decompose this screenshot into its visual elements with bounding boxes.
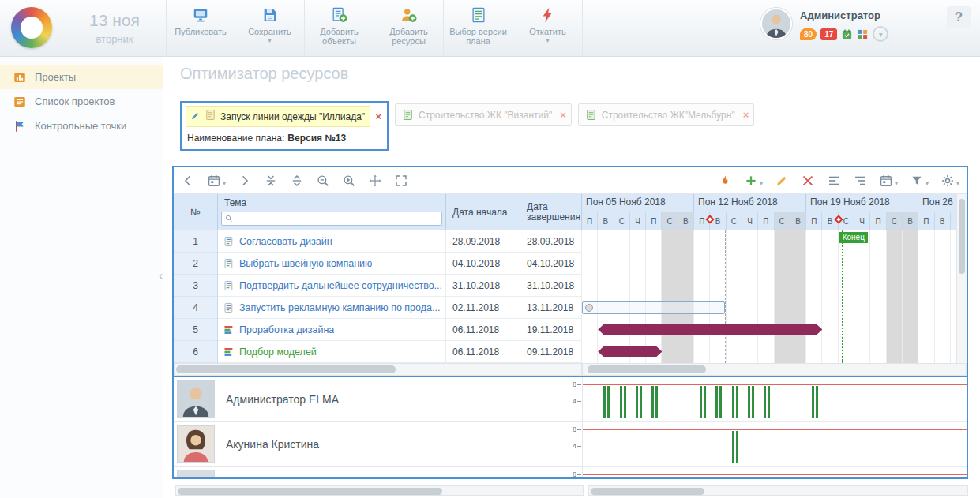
column-header-num[interactable]: № bbox=[174, 194, 218, 230]
column-header-end[interactable]: Дата завершения bbox=[520, 194, 582, 230]
fullscreen-button[interactable] bbox=[394, 174, 408, 188]
theme-search-input[interactable] bbox=[234, 214, 439, 223]
gantt-bar[interactable] bbox=[598, 324, 822, 335]
calendar-button[interactable]: ▾ bbox=[207, 174, 226, 188]
active-plan-tab[interactable]: Запуск линии одежды "Иллиада" × Наименов… bbox=[180, 101, 389, 151]
app-root: 13 ноя вторник ПубликоватьСохранить▾Доба… bbox=[0, 0, 980, 498]
plan-tab[interactable]: Строительство ЖК"Мельбурн"× bbox=[578, 103, 754, 126]
add-task-button[interactable]: ▾ bbox=[744, 174, 763, 188]
timeline-vscrollbar-thumb[interactable] bbox=[959, 199, 965, 274]
column-header-start[interactable]: Дата начала bbox=[446, 194, 520, 230]
task-link[interactable]: Выбрать швейную компанию bbox=[239, 258, 372, 269]
edit-task-button[interactable] bbox=[775, 174, 789, 188]
plan-tabs: Строительство ЖК "Византий"×Строительств… bbox=[395, 103, 754, 126]
task-link[interactable]: Подтвердить дальнейшее сотрудничество... bbox=[239, 280, 442, 291]
resource-row[interactable] bbox=[174, 467, 582, 477]
scale-button[interactable]: ▾ bbox=[879, 174, 898, 188]
chevron-down-icon: ▾ bbox=[926, 180, 929, 188]
gantt-bar[interactable] bbox=[582, 301, 725, 314]
pan-button[interactable] bbox=[368, 174, 382, 188]
load-bar bbox=[812, 386, 818, 418]
alerts-badge[interactable]: 17 bbox=[820, 28, 837, 40]
task-link[interactable]: Согласовать дизайн bbox=[239, 236, 332, 247]
header-button-label: Публиковать bbox=[175, 27, 226, 36]
header-button-rollback[interactable]: Откатить▾ bbox=[513, 0, 583, 56]
header-button-add-resources[interactable]: Добавить ресурсы bbox=[374, 0, 444, 56]
gantt-task-row[interactable]: 4Запустить рекламную кампанию по прода..… bbox=[174, 297, 582, 319]
expand-all-button[interactable] bbox=[290, 174, 304, 188]
bottom-right-scrollbar-thumb[interactable] bbox=[591, 488, 704, 495]
zoom-out-button[interactable] bbox=[316, 174, 330, 188]
calendar-badge-icon[interactable] bbox=[841, 28, 853, 40]
bottom-left-scrollbar-thumb[interactable] bbox=[178, 488, 442, 495]
table-hscrollbar-thumb[interactable] bbox=[176, 365, 396, 373]
gantt-bar[interactable] bbox=[598, 346, 662, 357]
row-number: 6 bbox=[174, 341, 218, 363]
user-info: Администратор 80 17 ▾ bbox=[800, 8, 888, 42]
user-menu-chevron-icon[interactable]: ▾ bbox=[873, 26, 888, 42]
gantt-task-row[interactable]: 6Подбор моделей06.11.201809.11.2018 bbox=[174, 341, 582, 363]
task-doc-icon bbox=[223, 280, 235, 291]
settings-button[interactable]: ▾ bbox=[941, 174, 959, 188]
baseline-button[interactable] bbox=[827, 174, 841, 188]
timeline-columns bbox=[582, 230, 967, 363]
timeline-hscrollbar[interactable] bbox=[582, 363, 967, 376]
sidebar-item-project-list[interactable]: Список проектов bbox=[0, 89, 163, 114]
header-button-save[interactable]: Сохранить▾ bbox=[235, 0, 305, 56]
close-icon[interactable]: × bbox=[370, 110, 383, 122]
filter-button[interactable]: ▾ bbox=[910, 174, 929, 188]
levels-button[interactable] bbox=[853, 174, 867, 188]
user-avatar[interactable] bbox=[760, 8, 792, 39]
plan-tab[interactable]: Строительство ЖК "Византий"× bbox=[395, 103, 572, 126]
help-button[interactable]: ? bbox=[947, 6, 971, 28]
gantt-task-row[interactable]: 5Проработка дизайна06.11.201819.11.2018 bbox=[174, 319, 582, 341]
task-doc-icon bbox=[223, 302, 235, 313]
plan-end-line bbox=[842, 230, 843, 363]
resource-row[interactable]: Администратор ELMA bbox=[174, 377, 582, 422]
sidebar-collapse-icon[interactable]: ‹ bbox=[159, 268, 163, 282]
table-hscrollbar[interactable] bbox=[174, 363, 582, 376]
task-link[interactable]: Подбор моделей bbox=[239, 346, 317, 358]
plan-tab-strip[interactable]: Запуск линии одежды "Иллиада" bbox=[186, 106, 370, 127]
resource-row[interactable]: Акунина Кристина bbox=[174, 422, 582, 467]
close-icon[interactable]: × bbox=[557, 109, 566, 121]
messages-badge[interactable]: 80 bbox=[800, 28, 817, 40]
bottom-left-scrollbar[interactable] bbox=[175, 485, 584, 496]
timeline-day-column bbox=[790, 230, 806, 363]
prev-button[interactable] bbox=[181, 174, 195, 188]
sidebar-item-projects[interactable]: Проекты bbox=[0, 65, 163, 89]
zoom-in-button[interactable] bbox=[342, 174, 356, 188]
timeline-vscrollbar[interactable] bbox=[956, 194, 967, 363]
bottom-right-scrollbar[interactable] bbox=[588, 485, 968, 496]
timeline-day-column bbox=[918, 230, 934, 363]
timeline-hscrollbar-thumb[interactable] bbox=[588, 365, 706, 373]
header-button-version[interactable]: Выбор версии плана bbox=[444, 0, 513, 56]
load-bar bbox=[700, 386, 706, 418]
collapse-all-button[interactable] bbox=[264, 174, 278, 188]
task-doc-icon bbox=[223, 236, 235, 247]
header-button-label: Выбор версии плана bbox=[444, 27, 513, 46]
task-link[interactable]: Запустить рекламную кампанию по прода... bbox=[239, 302, 440, 313]
column-header-theme[interactable]: Тема bbox=[218, 194, 445, 212]
milestones-icon bbox=[13, 119, 27, 133]
grid-scrollbars bbox=[174, 363, 967, 376]
gantt-task-row[interactable]: 1Согласовать дизайн28.09.201828.09.2018 bbox=[174, 230, 582, 253]
gantt-task-row[interactable]: 2Выбрать швейную компанию04.10.201804.10… bbox=[174, 253, 582, 275]
header-button-add-objects[interactable]: Добавить объекты bbox=[305, 0, 374, 56]
timeline-week-header: Пон 12 Нояб 2018 bbox=[694, 194, 806, 212]
close-icon[interactable]: × bbox=[740, 109, 749, 121]
theme-search-box[interactable] bbox=[221, 212, 442, 226]
task-link[interactable]: Проработка дизайна bbox=[239, 324, 334, 335]
timeline-day-header: С bbox=[727, 212, 742, 230]
elma-logo[interactable] bbox=[11, 7, 52, 48]
next-button[interactable] bbox=[238, 174, 252, 188]
current-date: 13 ноя вторник bbox=[73, 11, 156, 45]
logo-ring-icon bbox=[11, 7, 52, 48]
sidebar-item-milestones[interactable]: Контрольные точки bbox=[0, 114, 163, 138]
delete-task-button[interactable] bbox=[801, 174, 815, 188]
reports-badge-icon[interactable] bbox=[857, 28, 869, 40]
gantt-task-row[interactable]: 3Подтвердить дальнейшее сотрудничество..… bbox=[174, 275, 582, 297]
header-button-publish[interactable]: Публиковать bbox=[166, 0, 235, 56]
critical-path-button[interactable] bbox=[718, 174, 732, 188]
row-start-date: 28.09.2018 bbox=[446, 230, 520, 253]
